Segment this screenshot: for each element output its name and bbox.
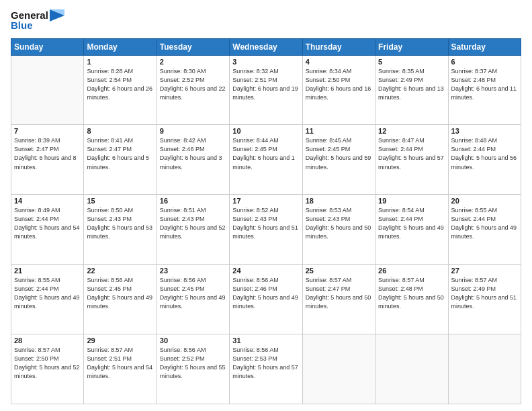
day-number: 1 — [87, 58, 153, 66]
calendar-cell: 21Sunrise: 8:55 AMSunset: 2:44 PMDayligh… — [11, 265, 84, 334]
calendar-cell: 5Sunrise: 8:35 AMSunset: 2:49 PMDaylight… — [375, 55, 448, 125]
day-number: 18 — [306, 197, 372, 205]
week-row-3: 21Sunrise: 8:55 AMSunset: 2:44 PMDayligh… — [11, 265, 521, 334]
header: General Blue — [11, 9, 521, 32]
day-number: 2 — [160, 58, 226, 66]
calendar-cell: 22Sunrise: 8:56 AMSunset: 2:45 PMDayligh… — [84, 265, 157, 334]
day-number: 21 — [14, 267, 81, 275]
day-info: Sunrise: 8:56 AMSunset: 2:45 PMDaylight:… — [160, 276, 226, 311]
logo-blue-text: Blue — [11, 20, 64, 32]
day-number: 26 — [378, 267, 445, 275]
calendar-cell: 18Sunrise: 8:53 AMSunset: 2:43 PMDayligh… — [302, 195, 375, 265]
calendar-cell: 15Sunrise: 8:50 AMSunset: 2:43 PMDayligh… — [84, 195, 157, 265]
day-number: 24 — [232, 267, 299, 275]
day-number: 5 — [378, 58, 445, 66]
day-info: Sunrise: 8:41 AMSunset: 2:47 PMDaylight:… — [87, 136, 153, 171]
day-number: 20 — [451, 197, 518, 205]
days-header-row: SundayMondayTuesdayWednesdayThursdayFrid… — [11, 38, 521, 55]
calendar-cell: 24Sunrise: 8:56 AMSunset: 2:46 PMDayligh… — [230, 265, 302, 334]
calendar-cell — [375, 334, 448, 404]
day-info: Sunrise: 8:55 AMSunset: 2:44 PMDaylight:… — [451, 206, 518, 241]
day-number: 8 — [87, 127, 153, 135]
day-number: 28 — [14, 336, 81, 345]
day-number: 17 — [232, 197, 299, 205]
calendar-cell: 20Sunrise: 8:55 AMSunset: 2:44 PMDayligh… — [448, 195, 521, 265]
calendar-cell: 16Sunrise: 8:51 AMSunset: 2:43 PMDayligh… — [157, 195, 229, 265]
calendar-cell: 27Sunrise: 8:57 AMSunset: 2:49 PMDayligh… — [448, 265, 521, 334]
day-info: Sunrise: 8:28 AMSunset: 2:54 PMDaylight:… — [87, 67, 153, 102]
day-header-tuesday: Tuesday — [157, 38, 229, 55]
day-info: Sunrise: 8:57 AMSunset: 2:51 PMDaylight:… — [87, 346, 153, 381]
day-header-sunday: Sunday — [11, 38, 84, 55]
day-info: Sunrise: 8:48 AMSunset: 2:44 PMDaylight:… — [451, 136, 518, 171]
day-info: Sunrise: 8:35 AMSunset: 2:49 PMDaylight:… — [378, 67, 445, 102]
calendar-cell: 7Sunrise: 8:39 AMSunset: 2:47 PMDaylight… — [11, 125, 84, 195]
day-info: Sunrise: 8:57 AMSunset: 2:47 PMDaylight:… — [306, 276, 372, 311]
day-info: Sunrise: 8:37 AMSunset: 2:48 PMDaylight:… — [451, 67, 518, 102]
calendar-cell: 25Sunrise: 8:57 AMSunset: 2:47 PMDayligh… — [302, 265, 375, 334]
day-number: 25 — [306, 267, 372, 275]
week-row-1: 7Sunrise: 8:39 AMSunset: 2:47 PMDaylight… — [11, 125, 521, 195]
day-number: 14 — [14, 197, 81, 205]
day-info: Sunrise: 8:53 AMSunset: 2:43 PMDaylight:… — [306, 206, 372, 241]
day-info: Sunrise: 8:34 AMSunset: 2:50 PMDaylight:… — [306, 67, 372, 102]
day-info: Sunrise: 8:56 AMSunset: 2:53 PMDaylight:… — [232, 346, 299, 381]
calendar-cell: 29Sunrise: 8:57 AMSunset: 2:51 PMDayligh… — [84, 334, 157, 404]
day-info: Sunrise: 8:47 AMSunset: 2:44 PMDaylight:… — [378, 136, 445, 171]
day-number: 7 — [14, 127, 81, 135]
calendar-cell: 11Sunrise: 8:45 AMSunset: 2:45 PMDayligh… — [302, 125, 375, 195]
calendar-cell: 6Sunrise: 8:37 AMSunset: 2:48 PMDaylight… — [448, 55, 521, 125]
calendar-cell: 4Sunrise: 8:34 AMSunset: 2:50 PMDaylight… — [302, 55, 375, 125]
day-number: 3 — [232, 58, 299, 66]
calendar-cell — [448, 334, 521, 404]
day-header-monday: Monday — [84, 38, 157, 55]
day-info: Sunrise: 8:51 AMSunset: 2:43 PMDaylight:… — [160, 206, 226, 241]
week-row-0: 1Sunrise: 8:28 AMSunset: 2:54 PMDaylight… — [11, 55, 521, 125]
calendar-cell — [302, 334, 375, 404]
week-row-2: 14Sunrise: 8:49 AMSunset: 2:44 PMDayligh… — [11, 195, 521, 265]
day-info: Sunrise: 8:57 AMSunset: 2:49 PMDaylight:… — [451, 276, 518, 311]
day-info: Sunrise: 8:50 AMSunset: 2:43 PMDaylight:… — [87, 206, 153, 241]
day-info: Sunrise: 8:56 AMSunset: 2:52 PMDaylight:… — [160, 346, 226, 381]
calendar-cell: 31Sunrise: 8:56 AMSunset: 2:53 PMDayligh… — [230, 334, 302, 404]
day-info: Sunrise: 8:44 AMSunset: 2:45 PMDaylight:… — [232, 136, 299, 171]
calendar-cell: 23Sunrise: 8:56 AMSunset: 2:45 PMDayligh… — [157, 265, 229, 334]
day-info: Sunrise: 8:32 AMSunset: 2:51 PMDaylight:… — [232, 67, 299, 102]
calendar-cell: 3Sunrise: 8:32 AMSunset: 2:51 PMDaylight… — [230, 55, 302, 125]
day-number: 13 — [451, 127, 518, 135]
day-number: 4 — [306, 58, 372, 66]
calendar-cell: 26Sunrise: 8:57 AMSunset: 2:48 PMDayligh… — [375, 265, 448, 334]
week-row-4: 28Sunrise: 8:57 AMSunset: 2:50 PMDayligh… — [11, 334, 521, 404]
day-header-wednesday: Wednesday — [230, 38, 302, 55]
day-number: 19 — [378, 197, 445, 205]
day-number: 6 — [451, 58, 518, 66]
day-info: Sunrise: 8:49 AMSunset: 2:44 PMDaylight:… — [14, 206, 81, 241]
calendar-cell: 19Sunrise: 8:54 AMSunset: 2:44 PMDayligh… — [375, 195, 448, 265]
day-number: 31 — [232, 336, 299, 345]
calendar-cell: 12Sunrise: 8:47 AMSunset: 2:44 PMDayligh… — [375, 125, 448, 195]
day-info: Sunrise: 8:57 AMSunset: 2:50 PMDaylight:… — [14, 346, 81, 381]
day-number: 29 — [87, 336, 153, 345]
day-info: Sunrise: 8:30 AMSunset: 2:52 PMDaylight:… — [160, 67, 226, 102]
day-number: 23 — [160, 267, 226, 275]
calendar-cell: 14Sunrise: 8:49 AMSunset: 2:44 PMDayligh… — [11, 195, 84, 265]
day-number: 16 — [160, 197, 226, 205]
day-header-saturday: Saturday — [448, 38, 521, 55]
day-info: Sunrise: 8:39 AMSunset: 2:47 PMDaylight:… — [14, 136, 81, 171]
day-number: 22 — [87, 267, 153, 275]
calendar: SundayMondayTuesdayWednesdayThursdayFrid… — [11, 38, 521, 405]
calendar-cell: 2Sunrise: 8:30 AMSunset: 2:52 PMDaylight… — [157, 55, 229, 125]
day-info: Sunrise: 8:54 AMSunset: 2:44 PMDaylight:… — [378, 206, 445, 241]
logo: General Blue — [11, 9, 64, 32]
calendar-cell: 9Sunrise: 8:42 AMSunset: 2:46 PMDaylight… — [157, 125, 229, 195]
day-info: Sunrise: 8:52 AMSunset: 2:43 PMDaylight:… — [232, 206, 299, 241]
day-number: 12 — [378, 127, 445, 135]
day-number: 10 — [232, 127, 299, 135]
day-info: Sunrise: 8:56 AMSunset: 2:46 PMDaylight:… — [232, 276, 299, 311]
day-number: 15 — [87, 197, 153, 205]
calendar-cell: 28Sunrise: 8:57 AMSunset: 2:50 PMDayligh… — [11, 334, 84, 404]
calendar-table: SundayMondayTuesdayWednesdayThursdayFrid… — [11, 38, 521, 405]
day-number: 27 — [451, 267, 518, 275]
day-info: Sunrise: 8:42 AMSunset: 2:46 PMDaylight:… — [160, 136, 226, 171]
day-info: Sunrise: 8:57 AMSunset: 2:48 PMDaylight:… — [378, 276, 445, 311]
